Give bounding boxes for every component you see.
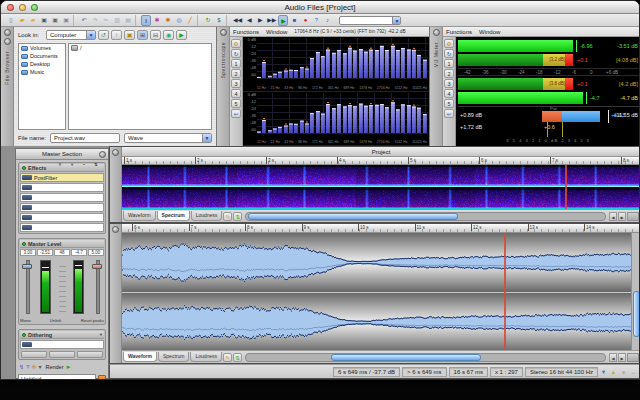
back-icon[interactable]: ↺ [98,30,109,40]
scroll-arrow-icon[interactable]: ◀ [609,212,617,221]
level-value-box[interactable]: -3.51 [37,249,53,256]
time-ruler[interactable]: 6 s7 s8 s9 s10 s11 s12 s13 s14 s [122,224,640,233]
level-value-box[interactable]: 5.00 [88,249,104,256]
grid-view-icon[interactable]: ⊞ [137,30,148,40]
preset-1-button[interactable]: 1 [444,59,454,68]
spray-icon[interactable]: ✱ [163,15,173,26]
time-ruler[interactable]: 1 s2 s3 s4 s5 s6 s7 s8 s [122,157,640,165]
stop-icon[interactable]: ■ [289,15,299,26]
tab-waveform[interactable]: Waveform [123,352,157,362]
tree-item-desktop[interactable]: Desktop [19,60,65,68]
fader-left[interactable] [22,258,32,316]
paste-icon[interactable]: ▤ [123,15,133,26]
function-icon[interactable]: $ [214,15,224,26]
fader-right-cap[interactable] [92,264,102,269]
rotate-icon[interactable]: ↻ [231,49,241,58]
close-panel-button[interactable] [112,226,119,233]
tab-waveform[interactable]: Waveform [123,211,156,221]
edit-tab-icon[interactable]: ✎ [223,212,232,221]
fader-left-cap[interactable] [22,264,32,269]
scroll-arrow-icon[interactable]: ◀ [609,353,617,362]
dithering-slot[interactable] [20,340,104,349]
new-folder-icon[interactable]: ▣ [124,30,135,40]
preset-5-button[interactable]: 5 [231,99,241,108]
play-icon[interactable]: ▶ [278,15,288,26]
preset-2-button[interactable]: 2 [444,69,454,78]
tab-loudness[interactable]: Loudness [191,211,223,221]
record-icon[interactable]: ● [300,15,310,26]
project-window-title[interactable]: Project [122,147,640,157]
tree-item-documents[interactable]: Documents [19,52,65,60]
file-list-item[interactable]: / [69,44,211,52]
zoom-window-button[interactable] [31,4,38,11]
save-copy-icon[interactable]: ▣ [61,15,71,26]
level-value-box[interactable]: 48 [54,249,70,256]
effect-slot[interactable] [20,213,104,222]
sync-icon[interactable]: ⇅ [233,353,242,362]
scrollbar-thumb[interactable] [633,291,640,337]
preset-4-button[interactable]: 4 [231,89,241,98]
help-icon[interactable]: ? [26,363,29,371]
undo-icon[interactable]: ↶ [79,15,89,26]
dither-option-button[interactable] [77,351,103,358]
dither-option-button[interactable] [49,351,75,358]
magnify-icon[interactable]: ◎ [174,15,184,26]
fader-right[interactable] [92,258,102,316]
mono-button[interactable]: Mono [20,318,30,323]
reorder-icon[interactable]: ⇅ [91,162,101,173]
forward-icon[interactable]: ▶ [255,15,265,26]
settings-icon[interactable]: ⚙ [444,39,454,48]
horizontal-scrollbar[interactable] [245,212,606,221]
scrollbar-thumb[interactable] [248,213,458,220]
selection-tool-icon[interactable]: I [141,15,151,26]
tree-item-volumes[interactable]: Volumes [19,44,65,52]
effect-slot[interactable] [20,183,104,192]
file-type-dropdown[interactable]: Wave ▼ [124,133,212,143]
tools-icon[interactable]: ✛ [31,363,36,371]
level-value-box[interactable]: -4.7 [71,249,87,256]
effect-slot-postfilter[interactable]: PostFilter [20,173,104,182]
copy-icon[interactable]: ▥ [112,15,122,26]
open-folder-icon[interactable]: ▰ [17,15,27,26]
remove-effect-icon[interactable]: − [79,162,89,173]
cut-icon[interactable]: ✂ [101,15,111,26]
filter-icon[interactable]: ▼ [599,369,608,375]
scrollbar-thumb[interactable] [331,354,481,361]
tab-spectrum[interactable]: Spectrum [158,352,189,362]
rotate-icon[interactable]: ↻ [444,49,454,58]
dither-option-button[interactable] [21,351,47,358]
up-folder-icon[interactable]: ↑ [111,30,122,40]
help-icon[interactable]: ? [311,15,321,26]
pencil-icon[interactable]: ╱ [185,15,195,26]
snap-icon[interactable]: ≡ [619,369,628,375]
redo-icon[interactable]: ↷ [90,15,100,26]
menu-window[interactable]: Window [266,29,287,35]
warning-icon[interactable]: ▲ [609,369,618,375]
bookmark-icon[interactable] [98,375,106,380]
level-value-box[interactable]: 3.00 [20,249,36,256]
go-icon[interactable]: ► [65,363,71,371]
goto-start-icon[interactable]: ◀◀ [232,15,243,26]
preset-5-button[interactable]: 5 [444,99,454,108]
zap-icon[interactable]: ↯ [19,363,24,371]
save-icon[interactable]: ▣ [39,15,49,26]
preset-4-button[interactable]: 4 [444,89,454,98]
waveform-view[interactable] [122,233,640,352]
effect-slot[interactable] [20,203,104,212]
preset-2-button[interactable]: 2 [231,69,241,78]
palette-icon[interactable]: ✱ [152,15,162,26]
list-view-icon[interactable]: ⊟ [150,30,161,40]
preset-name-input[interactable]: Untitled [18,374,96,380]
edit-tab-icon[interactable]: ✎ [223,353,232,362]
collapse-panel-button[interactable] [4,29,11,36]
menu-functions[interactable]: Functions [233,29,259,35]
horizontal-scrollbar[interactable] [245,353,606,362]
tab-spectrum[interactable]: Spectrum [157,211,190,221]
close-window-button[interactable] [7,4,14,11]
preset-combobox[interactable]: ▼ [339,16,401,25]
master-section-titlebar[interactable]: Master Section [16,149,108,160]
monitor-icon[interactable]: ♪ [322,15,332,26]
restore-icon[interactable]: ↩ [231,109,241,118]
menu-window[interactable]: Window [479,29,500,35]
new-document-icon[interactable]: ▯ [6,15,16,26]
